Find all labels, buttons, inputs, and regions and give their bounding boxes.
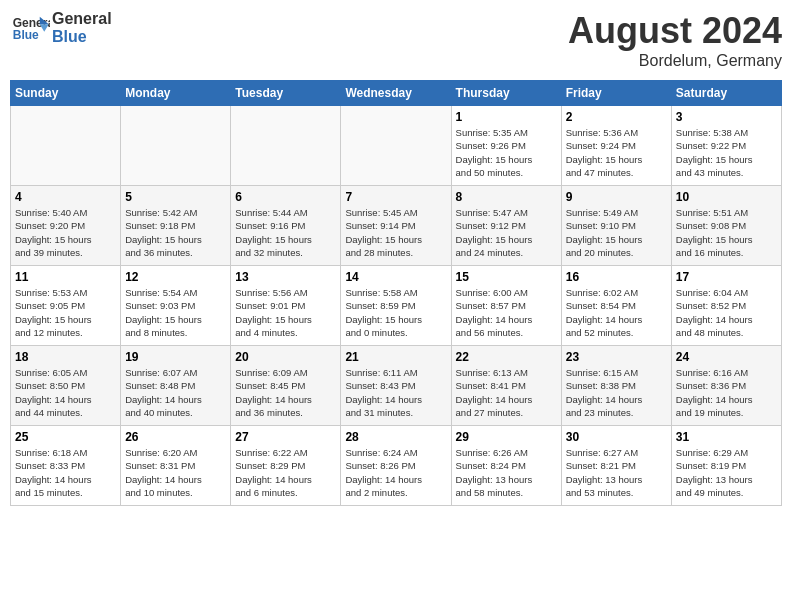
calendar-cell — [231, 106, 341, 186]
calendar-cell: 9Sunrise: 5:49 AM Sunset: 9:10 PM Daylig… — [561, 186, 671, 266]
weekday-header-saturday: Saturday — [671, 81, 781, 106]
day-number: 10 — [676, 190, 777, 204]
day-number: 23 — [566, 350, 667, 364]
calendar-cell: 22Sunrise: 6:13 AM Sunset: 8:41 PM Dayli… — [451, 346, 561, 426]
day-number: 28 — [345, 430, 446, 444]
day-info: Sunrise: 6:00 AM Sunset: 8:57 PM Dayligh… — [456, 286, 557, 339]
day-info: Sunrise: 5:56 AM Sunset: 9:01 PM Dayligh… — [235, 286, 336, 339]
calendar-cell: 14Sunrise: 5:58 AM Sunset: 8:59 PM Dayli… — [341, 266, 451, 346]
calendar-cell: 24Sunrise: 6:16 AM Sunset: 8:36 PM Dayli… — [671, 346, 781, 426]
logo-blue: Blue — [52, 28, 112, 46]
calendar-cell: 10Sunrise: 5:51 AM Sunset: 9:08 PM Dayli… — [671, 186, 781, 266]
day-number: 5 — [125, 190, 226, 204]
calendar-cell: 31Sunrise: 6:29 AM Sunset: 8:19 PM Dayli… — [671, 426, 781, 506]
calendar-cell — [11, 106, 121, 186]
calendar-cell: 5Sunrise: 5:42 AM Sunset: 9:18 PM Daylig… — [121, 186, 231, 266]
day-info: Sunrise: 6:11 AM Sunset: 8:43 PM Dayligh… — [345, 366, 446, 419]
month-year-title: August 2024 — [568, 10, 782, 52]
day-number: 3 — [676, 110, 777, 124]
weekday-header-tuesday: Tuesday — [231, 81, 341, 106]
month-title-block: August 2024 Bordelum, Germany — [568, 10, 782, 70]
calendar-cell: 16Sunrise: 6:02 AM Sunset: 8:54 PM Dayli… — [561, 266, 671, 346]
calendar-cell: 20Sunrise: 6:09 AM Sunset: 8:45 PM Dayli… — [231, 346, 341, 426]
calendar-cell: 30Sunrise: 6:27 AM Sunset: 8:21 PM Dayli… — [561, 426, 671, 506]
day-info: Sunrise: 5:35 AM Sunset: 9:26 PM Dayligh… — [456, 126, 557, 179]
calendar-cell: 7Sunrise: 5:45 AM Sunset: 9:14 PM Daylig… — [341, 186, 451, 266]
weekday-header-friday: Friday — [561, 81, 671, 106]
day-number: 11 — [15, 270, 116, 284]
location-title: Bordelum, Germany — [568, 52, 782, 70]
day-info: Sunrise: 5:40 AM Sunset: 9:20 PM Dayligh… — [15, 206, 116, 259]
day-info: Sunrise: 5:53 AM Sunset: 9:05 PM Dayligh… — [15, 286, 116, 339]
calendar-cell: 12Sunrise: 5:54 AM Sunset: 9:03 PM Dayli… — [121, 266, 231, 346]
day-info: Sunrise: 5:58 AM Sunset: 8:59 PM Dayligh… — [345, 286, 446, 339]
day-info: Sunrise: 6:13 AM Sunset: 8:41 PM Dayligh… — [456, 366, 557, 419]
calendar-cell: 18Sunrise: 6:05 AM Sunset: 8:50 PM Dayli… — [11, 346, 121, 426]
day-info: Sunrise: 5:42 AM Sunset: 9:18 PM Dayligh… — [125, 206, 226, 259]
calendar-cell: 19Sunrise: 6:07 AM Sunset: 8:48 PM Dayli… — [121, 346, 231, 426]
week-row-3: 11Sunrise: 5:53 AM Sunset: 9:05 PM Dayli… — [11, 266, 782, 346]
day-info: Sunrise: 6:20 AM Sunset: 8:31 PM Dayligh… — [125, 446, 226, 499]
day-number: 14 — [345, 270, 446, 284]
week-row-1: 1Sunrise: 5:35 AM Sunset: 9:26 PM Daylig… — [11, 106, 782, 186]
day-number: 8 — [456, 190, 557, 204]
calendar-cell: 23Sunrise: 6:15 AM Sunset: 8:38 PM Dayli… — [561, 346, 671, 426]
week-row-2: 4Sunrise: 5:40 AM Sunset: 9:20 PM Daylig… — [11, 186, 782, 266]
day-info: Sunrise: 5:38 AM Sunset: 9:22 PM Dayligh… — [676, 126, 777, 179]
calendar-cell: 3Sunrise: 5:38 AM Sunset: 9:22 PM Daylig… — [671, 106, 781, 186]
day-number: 6 — [235, 190, 336, 204]
day-info: Sunrise: 6:16 AM Sunset: 8:36 PM Dayligh… — [676, 366, 777, 419]
weekday-header-monday: Monday — [121, 81, 231, 106]
calendar-cell: 1Sunrise: 5:35 AM Sunset: 9:26 PM Daylig… — [451, 106, 561, 186]
day-info: Sunrise: 6:29 AM Sunset: 8:19 PM Dayligh… — [676, 446, 777, 499]
weekday-header-sunday: Sunday — [11, 81, 121, 106]
calendar-cell: 21Sunrise: 6:11 AM Sunset: 8:43 PM Dayli… — [341, 346, 451, 426]
day-number: 31 — [676, 430, 777, 444]
week-row-4: 18Sunrise: 6:05 AM Sunset: 8:50 PM Dayli… — [11, 346, 782, 426]
day-number: 27 — [235, 430, 336, 444]
day-info: Sunrise: 6:22 AM Sunset: 8:29 PM Dayligh… — [235, 446, 336, 499]
day-info: Sunrise: 5:44 AM Sunset: 9:16 PM Dayligh… — [235, 206, 336, 259]
weekday-header-thursday: Thursday — [451, 81, 561, 106]
weekday-header-row: SundayMondayTuesdayWednesdayThursdayFrid… — [11, 81, 782, 106]
day-info: Sunrise: 6:26 AM Sunset: 8:24 PM Dayligh… — [456, 446, 557, 499]
calendar-cell: 4Sunrise: 5:40 AM Sunset: 9:20 PM Daylig… — [11, 186, 121, 266]
day-info: Sunrise: 5:36 AM Sunset: 9:24 PM Dayligh… — [566, 126, 667, 179]
day-info: Sunrise: 6:27 AM Sunset: 8:21 PM Dayligh… — [566, 446, 667, 499]
calendar-cell: 26Sunrise: 6:20 AM Sunset: 8:31 PM Dayli… — [121, 426, 231, 506]
svg-text:Blue: Blue — [13, 27, 39, 41]
day-info: Sunrise: 6:02 AM Sunset: 8:54 PM Dayligh… — [566, 286, 667, 339]
day-number: 18 — [15, 350, 116, 364]
day-number: 21 — [345, 350, 446, 364]
calendar-table: SundayMondayTuesdayWednesdayThursdayFrid… — [10, 80, 782, 506]
calendar-cell: 6Sunrise: 5:44 AM Sunset: 9:16 PM Daylig… — [231, 186, 341, 266]
logo-general: General — [52, 10, 112, 28]
calendar-cell: 27Sunrise: 6:22 AM Sunset: 8:29 PM Dayli… — [231, 426, 341, 506]
calendar-cell — [341, 106, 451, 186]
day-number: 19 — [125, 350, 226, 364]
day-info: Sunrise: 5:49 AM Sunset: 9:10 PM Dayligh… — [566, 206, 667, 259]
day-info: Sunrise: 5:54 AM Sunset: 9:03 PM Dayligh… — [125, 286, 226, 339]
day-number: 22 — [456, 350, 557, 364]
calendar-cell: 28Sunrise: 6:24 AM Sunset: 8:26 PM Dayli… — [341, 426, 451, 506]
day-number: 17 — [676, 270, 777, 284]
day-info: Sunrise: 6:15 AM Sunset: 8:38 PM Dayligh… — [566, 366, 667, 419]
day-info: Sunrise: 6:04 AM Sunset: 8:52 PM Dayligh… — [676, 286, 777, 339]
day-number: 30 — [566, 430, 667, 444]
day-number: 1 — [456, 110, 557, 124]
calendar-cell: 8Sunrise: 5:47 AM Sunset: 9:12 PM Daylig… — [451, 186, 561, 266]
day-info: Sunrise: 6:24 AM Sunset: 8:26 PM Dayligh… — [345, 446, 446, 499]
day-number: 7 — [345, 190, 446, 204]
day-info: Sunrise: 5:45 AM Sunset: 9:14 PM Dayligh… — [345, 206, 446, 259]
weekday-header-wednesday: Wednesday — [341, 81, 451, 106]
calendar-cell: 17Sunrise: 6:04 AM Sunset: 8:52 PM Dayli… — [671, 266, 781, 346]
calendar-cell: 11Sunrise: 5:53 AM Sunset: 9:05 PM Dayli… — [11, 266, 121, 346]
day-number: 16 — [566, 270, 667, 284]
day-info: Sunrise: 6:09 AM Sunset: 8:45 PM Dayligh… — [235, 366, 336, 419]
calendar-cell: 29Sunrise: 6:26 AM Sunset: 8:24 PM Dayli… — [451, 426, 561, 506]
day-number: 15 — [456, 270, 557, 284]
calendar-cell: 13Sunrise: 5:56 AM Sunset: 9:01 PM Dayli… — [231, 266, 341, 346]
day-number: 12 — [125, 270, 226, 284]
day-number: 9 — [566, 190, 667, 204]
calendar-cell — [121, 106, 231, 186]
